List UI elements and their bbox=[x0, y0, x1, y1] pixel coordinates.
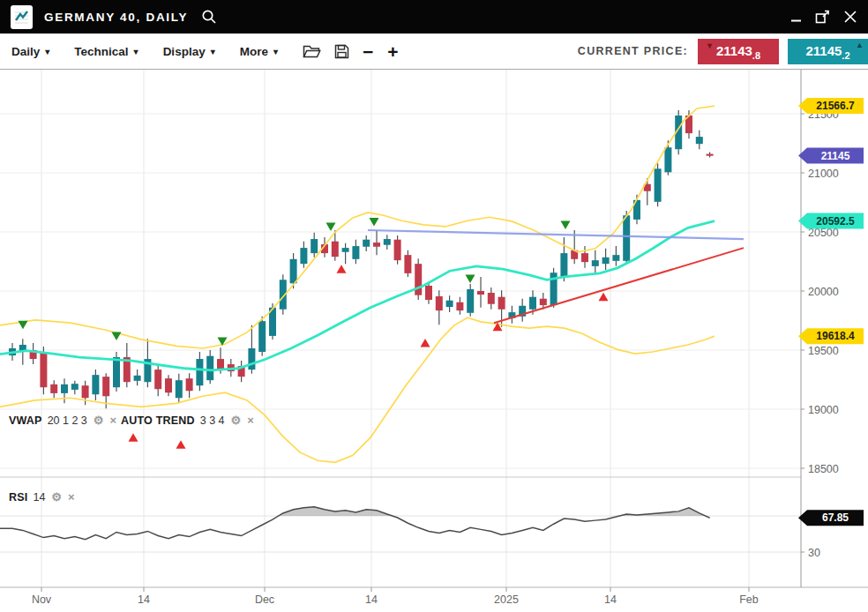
candle bbox=[363, 240, 370, 247]
sell-price-button[interactable]: ▼ 21143.8 bbox=[698, 39, 779, 64]
candle bbox=[186, 378, 193, 391]
candle bbox=[40, 352, 47, 387]
svg-text:Nov: Nov bbox=[32, 593, 52, 606]
menu-technical-label: Technical bbox=[74, 45, 128, 58]
autotrend-remove-icon[interactable]: × bbox=[247, 414, 254, 427]
rsi-value-badge: 67.85 bbox=[798, 510, 864, 526]
rsi-params: 14 bbox=[33, 491, 45, 504]
current-price-label: CURRENT PRICE: bbox=[578, 45, 688, 57]
candle bbox=[217, 359, 224, 369]
candle bbox=[602, 257, 610, 264]
rsi-name: RSI bbox=[9, 491, 27, 504]
candle bbox=[707, 154, 714, 156]
vwap-params: 20 1 2 3 bbox=[48, 414, 87, 427]
window-controls bbox=[790, 10, 857, 24]
svg-text:20592.5: 20592.5 bbox=[816, 215, 855, 228]
candle bbox=[560, 253, 567, 277]
candle bbox=[311, 239, 318, 253]
candle bbox=[446, 301, 453, 307]
autotrend-name: AUTO TREND bbox=[121, 414, 195, 427]
candle bbox=[206, 356, 213, 380]
svg-text:14: 14 bbox=[365, 593, 378, 606]
chart-title: GERMANY 40, DAILY bbox=[44, 11, 188, 24]
trading-app-window: GERMANY 40, DAILY bbox=[0, 0, 868, 612]
open-folder-icon[interactable] bbox=[303, 44, 321, 59]
svg-text:Feb: Feb bbox=[739, 593, 759, 606]
candle bbox=[332, 242, 339, 257]
zoom-out-button[interactable]: − bbox=[363, 42, 373, 61]
svg-text:19000: 19000 bbox=[808, 404, 839, 416]
menu-timeframe-label: Daily bbox=[11, 45, 40, 58]
chevron-down-icon: ▾ bbox=[134, 47, 138, 56]
menu-technical[interactable]: Technical ▾ bbox=[74, 45, 138, 58]
svg-text:19618.4: 19618.4 bbox=[816, 330, 855, 342]
rsi-indicator-label: RSI 14 ⚙ × bbox=[9, 490, 75, 504]
buy-price-value: 21145 bbox=[805, 43, 842, 58]
candle bbox=[92, 375, 99, 394]
candle bbox=[394, 240, 401, 260]
price-badge: 20592.5 bbox=[798, 213, 864, 229]
candle bbox=[300, 248, 307, 264]
save-icon[interactable] bbox=[334, 44, 349, 59]
popout-button[interactable] bbox=[815, 10, 830, 24]
sell-price-decimal: .8 bbox=[752, 50, 760, 61]
svg-text:18500: 18500 bbox=[808, 463, 839, 475]
buy-price-button[interactable]: 21145.2 ▲ bbox=[788, 39, 868, 64]
candle bbox=[384, 239, 391, 245]
svg-text:20000: 20000 bbox=[808, 286, 839, 298]
vwap-remove-icon[interactable]: × bbox=[109, 414, 116, 427]
candle bbox=[696, 137, 703, 144]
current-price-cluster: CURRENT PRICE: ▼ 21143.8 21145.2 ▲ bbox=[578, 34, 868, 69]
svg-text:19500: 19500 bbox=[808, 345, 839, 357]
menu-timeframe[interactable]: Daily ▾ bbox=[11, 45, 49, 58]
candle bbox=[290, 259, 297, 283]
rsi-remove-icon[interactable]: × bbox=[68, 490, 75, 504]
candle bbox=[404, 255, 411, 273]
candle bbox=[467, 289, 474, 313]
candle bbox=[529, 297, 536, 310]
menu-more[interactable]: More ▾ bbox=[240, 45, 278, 58]
candle bbox=[71, 384, 79, 390]
autotrend-indicator-label: AUTO TREND 3 3 4 ⚙ × bbox=[121, 414, 254, 427]
toolbar: Daily ▾ Technical ▾ Display ▾ More ▾ bbox=[0, 34, 868, 70]
svg-text:21566.7: 21566.7 bbox=[816, 100, 855, 112]
candle bbox=[196, 359, 203, 385]
candle bbox=[612, 255, 619, 261]
menu-display[interactable]: Display ▾ bbox=[163, 45, 215, 58]
price-badge: 21566.7 bbox=[798, 98, 864, 114]
buy-price-decimal: .2 bbox=[842, 50, 849, 61]
svg-text:2025: 2025 bbox=[494, 593, 519, 606]
candle bbox=[425, 286, 432, 300]
candle bbox=[248, 348, 255, 369]
candle bbox=[82, 385, 89, 398]
candle bbox=[623, 215, 630, 261]
price-chart[interactable]: 2150021000205002000019500190001850030Nov… bbox=[0, 70, 868, 611]
zoom-in-button[interactable]: + bbox=[387, 42, 398, 61]
chevron-down-icon: ▾ bbox=[45, 47, 49, 56]
candle bbox=[342, 248, 349, 252]
autotrend-settings-gear-icon[interactable]: ⚙ bbox=[231, 414, 242, 427]
candle bbox=[373, 243, 380, 247]
vwap-settings-gear-icon[interactable]: ⚙ bbox=[94, 414, 104, 427]
candle bbox=[50, 384, 57, 393]
price-badge: 19618.4 bbox=[798, 328, 864, 344]
arrow-down-icon: ▼ bbox=[706, 42, 714, 50]
rsi-settings-gear-icon[interactable]: ⚙ bbox=[51, 490, 62, 504]
candle bbox=[456, 302, 463, 310]
minimize-button[interactable] bbox=[790, 11, 802, 23]
svg-text:14: 14 bbox=[138, 593, 150, 606]
svg-text:67.85: 67.85 bbox=[822, 511, 849, 524]
vwap-indicator-label: VWAP 20 1 2 3 ⚙ × bbox=[9, 414, 116, 427]
candle bbox=[664, 147, 671, 172]
candle bbox=[498, 297, 505, 310]
svg-text:21000: 21000 bbox=[808, 168, 839, 180]
arrow-up-icon: ▲ bbox=[856, 41, 864, 49]
candle bbox=[540, 299, 547, 305]
autotrend-params: 3 3 4 bbox=[200, 414, 225, 427]
candle bbox=[258, 321, 266, 352]
titlebar: GERMANY 40, DAILY bbox=[0, 0, 868, 34]
candle bbox=[61, 384, 68, 393]
search-icon[interactable] bbox=[201, 9, 217, 25]
candle bbox=[113, 357, 120, 387]
close-icon[interactable] bbox=[843, 10, 857, 24]
